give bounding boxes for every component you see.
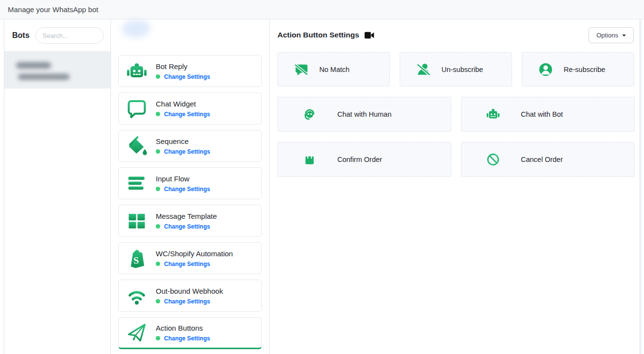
no-match-icon [294, 62, 309, 77]
bot-list-item-selected[interactable] [4, 52, 110, 88]
feature-card-action-buttons[interactable]: Action Buttons Change Settings [118, 317, 262, 349]
unsubscribe-icon [416, 62, 431, 77]
feature-title: Action Buttons [156, 324, 210, 332]
change-settings-link[interactable]: Change Settings [164, 223, 210, 230]
feature-title: Input Flow [156, 175, 210, 183]
blurred-avatar-blob [122, 20, 150, 37]
action-label: Re-subscribe [564, 66, 605, 73]
status-dot [156, 74, 160, 79]
status-dot [156, 336, 160, 340]
action-card-confirm-order[interactable]: Confirm Order [277, 142, 451, 177]
action-row-3: Confirm Order Cancel Order [277, 142, 635, 177]
status-dot [156, 187, 160, 191]
feature-card-shopify-automation[interactable]: S WC/Shopify Automation Change Settings [118, 242, 262, 274]
feature-title: Bot Reply [156, 62, 210, 71]
status-dot [156, 299, 160, 303]
action-label: No Match [319, 66, 350, 73]
change-settings-link[interactable]: Change Settings [164, 186, 210, 193]
action-label: Cancel Order [521, 156, 563, 163]
redacted-bot-phone [18, 74, 70, 80]
feature-title: Out-bound Webhook [156, 287, 223, 295]
status-dot [156, 224, 160, 229]
action-label: Chat with Bot [521, 110, 563, 118]
change-settings-link[interactable]: Change Settings [164, 298, 210, 305]
change-settings-link[interactable]: Change Settings [164, 335, 210, 342]
options-button-label: Options [596, 32, 618, 39]
feature-card-message-template[interactable]: Message Template Change Settings [118, 205, 262, 237]
panel-header: Action Button Settings [277, 31, 374, 39]
feature-title: Sequence [156, 137, 210, 145]
input-flow-icon [126, 172, 148, 195]
video-tutorial-icon[interactable] [365, 32, 374, 39]
bot-search-input[interactable] [36, 27, 104, 44]
svg-text:S: S [133, 255, 139, 266]
topbar: Manage your WhatsApp bot [0, 0, 644, 19]
feature-card-sequence[interactable]: Sequence Change Settings [118, 130, 262, 162]
change-settings-link[interactable]: Change Settings [164, 73, 210, 80]
status-dot [156, 112, 160, 116]
action-button-settings-panel: Action Button Settings Options No M [270, 19, 644, 354]
page-title: Manage your WhatsApp bot [8, 5, 98, 14]
action-card-resubscribe[interactable]: Re-subscribe [522, 52, 634, 87]
headset-icon [302, 107, 317, 122]
action-row-1: No Match Un-subscribe [277, 52, 635, 87]
change-settings-link[interactable]: Change Settings [164, 111, 210, 118]
action-card-cancel-order[interactable]: Cancel Order [461, 142, 635, 177]
bot-reply-icon [126, 60, 148, 82]
chat-widget-icon [126, 97, 148, 120]
action-label: Un-subscribe [442, 66, 483, 73]
change-settings-link[interactable]: Change Settings [164, 261, 210, 267]
shopping-bag-icon [302, 152, 317, 167]
status-dot [156, 149, 160, 154]
bots-title: Bots [12, 31, 30, 40]
robot-icon [486, 107, 500, 122]
chevron-down-icon [622, 35, 626, 36]
feature-card-input-flow[interactable]: Input Flow Change Settings [118, 167, 262, 199]
scrollbar[interactable] [639, 19, 642, 354]
bots-sidebar-header: Bots [4, 19, 110, 52]
action-card-unsubscribe[interactable]: Un-subscribe [400, 52, 512, 87]
feature-card-bot-reply[interactable]: Bot Reply Change Settings [118, 55, 262, 87]
feature-title: Message Template [156, 212, 217, 220]
action-label: Chat with Human [337, 110, 391, 118]
panel-title: Action Button Settings [277, 31, 359, 39]
paper-plane-icon [126, 321, 148, 344]
action-buttons-grid: No Match Un-subscribe [277, 52, 635, 187]
wifi-icon [126, 284, 148, 307]
action-row-2: Chat with Human Chat with Bot [277, 97, 635, 132]
feature-title: WC/Shopify Automation [156, 249, 233, 258]
message-template-icon [126, 210, 148, 232]
resubscribe-icon [538, 62, 553, 77]
feature-card-chat-widget[interactable]: Chat Widget Change Settings [118, 92, 262, 124]
status-dot [156, 262, 160, 266]
sequence-icon [126, 135, 148, 157]
change-settings-link[interactable]: Change Settings [164, 148, 210, 155]
action-label: Confirm Order [337, 156, 382, 163]
feature-title: Chat Widget [156, 100, 210, 108]
action-card-no-match[interactable]: No Match [277, 52, 390, 87]
feature-card-list: Bot Reply Change Settings Chat Widget Ch… [118, 55, 262, 349]
features-column: Bot Reply Change Settings Chat Widget Ch… [111, 19, 270, 354]
action-card-chat-with-bot[interactable]: Chat with Bot [461, 97, 635, 132]
options-button[interactable]: Options [589, 27, 634, 43]
ban-icon [486, 152, 500, 167]
bots-sidebar: Bots [4, 19, 111, 354]
feature-card-outbound-webhook[interactable]: Out-bound Webhook Change Settings [118, 280, 262, 312]
action-card-chat-with-human[interactable]: Chat with Human [277, 97, 451, 132]
shopify-icon: S [126, 247, 148, 269]
redacted-bot-name [16, 62, 51, 69]
